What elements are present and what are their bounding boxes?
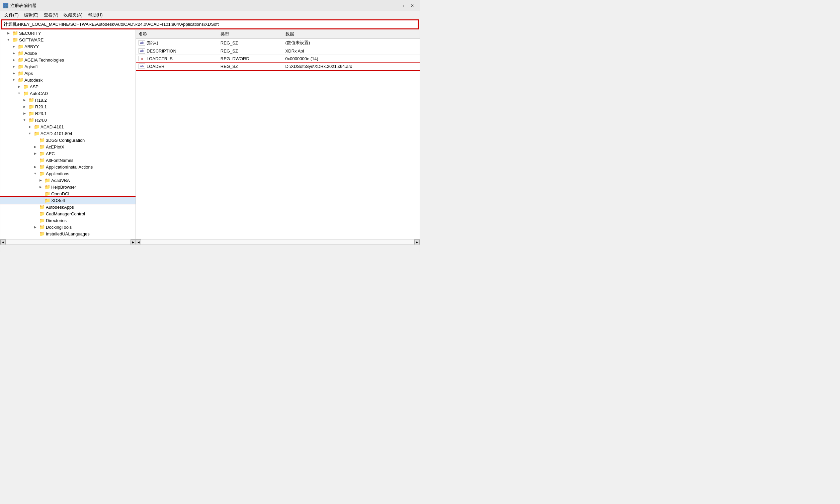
menu-view[interactable]: 查看(V) [41, 11, 61, 19]
table-row[interactable]: ab (默认) REG_SZ (数值未设置) [136, 39, 420, 47]
table-row-loader[interactable]: ab LOADER REG_SZ D:\XDSoft\Sys\XDRx.2021… [136, 62, 420, 70]
tree-label-acad4101: ACAD-4101 [40, 124, 64, 129]
tree-item-helpbrowser[interactable]: ▶ 📁 HelpBrowser [0, 184, 136, 190]
tree-item-aec[interactable]: ▶ 📁 AEC [0, 150, 136, 157]
expand-abbyy[interactable]: ▶ [11, 44, 16, 49]
folder-icon-acadvba: 📁 [44, 178, 50, 183]
expand-acadvba[interactable]: ▶ [38, 178, 43, 183]
reg-name: LOADCTRLS [146, 56, 173, 61]
menu-edit[interactable]: 编辑(E) [21, 11, 41, 19]
tree-hscrollbar[interactable]: ◀ ▶ [0, 239, 136, 245]
tree-item-directories[interactable]: 📁 Directories [0, 217, 136, 224]
reg-data-cell: 0x0000000e (14) [283, 55, 420, 62]
expand-appinstall[interactable]: ▶ [33, 164, 38, 169]
tree-item-acad4101[interactable]: ▶ 📁 ACAD-4101 [0, 123, 136, 130]
tree-item-opendcl[interactable]: 📁 OpenDCL [0, 190, 136, 197]
reg-type-icon: ab [139, 48, 145, 54]
expand-dockingtools[interactable]: ▶ [33, 224, 38, 230]
tree-label-applications: Applications [46, 171, 69, 176]
expand-aceplotx[interactable]: ▶ [33, 144, 38, 149]
expand-software[interactable]: ▼ [6, 37, 11, 42]
registry-content: 名称 类型 数据 ab (默认) [136, 30, 420, 239]
tree-item-altfont[interactable]: 📁 AltFontNames [0, 157, 136, 164]
expand-alps[interactable]: ▶ [11, 71, 16, 76]
tree-item-3dgs[interactable]: 📁 3DGS Configuration [0, 137, 136, 143]
tree-item-installedua[interactable]: 📁 InstalledUALanguages [0, 230, 136, 237]
expand-aec[interactable]: ▶ [33, 151, 38, 156]
expand-r20[interactable]: ▶ [22, 104, 27, 109]
tree-item-agisoft[interactable]: ▶ 📁 Agisoft [0, 63, 136, 70]
expand-acad4101-804[interactable]: ▼ [27, 131, 33, 136]
tree-item-adobe[interactable]: ▶ 📁 Adobe [0, 50, 136, 56]
tree-item-asp[interactable]: ▶ 📁 ASP [0, 83, 136, 90]
minimize-button[interactable]: ─ [387, 2, 397, 10]
tree-item-appinstall[interactable]: ▶ 📁 ApplicationInstallActions [0, 164, 136, 170]
expand-r24[interactable]: ▼ [22, 118, 27, 123]
tree-item-cadmanager[interactable]: 📁 CadManagerControl [0, 210, 136, 217]
tree-item-r18[interactable]: ▶ 📁 R18.2 [0, 97, 136, 103]
app-icon [3, 3, 8, 8]
tree-content: ▶ 📁 SECURITY ▼ 📁 SOFTWARE ▶ 📁 ABB [0, 30, 136, 239]
tree-item-aceplotx[interactable]: ▶ 📁 AcEPlotX [0, 143, 136, 150]
tree-scroll-left[interactable]: ◀ [0, 239, 6, 245]
folder-icon-ageia: 📁 [17, 57, 23, 62]
right-scroll-right[interactable]: ▶ [414, 239, 420, 245]
expand-agisoft[interactable]: ▶ [11, 64, 16, 69]
expand-adobe[interactable]: ▶ [11, 51, 16, 56]
expand-ageia[interactable]: ▶ [11, 57, 16, 62]
expand-applications[interactable]: ▼ [33, 171, 38, 176]
tree-item-abbyy[interactable]: ▶ 📁 ABBYY [0, 43, 136, 50]
right-scroll-track[interactable] [141, 239, 414, 245]
tree-item-software[interactable]: ▼ 📁 SOFTWARE [0, 36, 136, 43]
main-content-area: ▶ 📁 SECURITY ▼ 📁 SOFTWARE ▶ 📁 ABB [0, 30, 420, 252]
folder-icon-autodesk: 📁 [17, 77, 23, 82]
address-bar[interactable]: 计算机\HKEY_LOCAL_MACHINE\SOFTWARE\Autodesk… [2, 20, 418, 29]
tree-item-alps[interactable]: ▶ 📁 Alps [0, 70, 136, 77]
expand-acad4101[interactable]: ▶ [27, 124, 33, 129]
maximize-button[interactable]: □ [398, 2, 407, 10]
tree-item-xdsoft[interactable]: 📁 XDSoft [0, 197, 136, 204]
close-button[interactable]: ✕ [408, 2, 417, 10]
tree-item-autocad[interactable]: ▼ 📁 AutoCAD [0, 90, 136, 97]
tree-label-xdsoft: XDSoft [51, 198, 65, 203]
tree-item-dockingtools[interactable]: ▶ 📁 DockingTools [0, 224, 136, 230]
tree-scroll-right[interactable]: ▶ [130, 239, 136, 245]
expand-autocad[interactable]: ▼ [16, 91, 22, 96]
menu-favorites[interactable]: 收藏夹(A) [61, 11, 85, 19]
tree-item-r24[interactable]: ▼ 📁 R24.0 [0, 117, 136, 123]
expand-r18[interactable]: ▶ [22, 97, 27, 103]
right-hscrollbar[interactable]: ◀ ▶ [136, 239, 420, 245]
tree-label-r24: R24.0 [35, 118, 47, 123]
expand-helpbrowser[interactable]: ▶ [38, 184, 43, 190]
tree-item-ageia[interactable]: ▶ 📁 AGEIA Technologies [0, 56, 136, 63]
tree-item-r20[interactable]: ▶ 📁 R20.1 [0, 103, 136, 110]
tree-item-autodesk[interactable]: ▼ 📁 Autodesk [0, 77, 136, 83]
tree-label-appinstall: ApplicationInstallActions [46, 164, 93, 169]
tree-label-abbyy: ABBYY [24, 44, 39, 49]
tree-label-directories: Directories [46, 218, 67, 223]
expand-asp[interactable]: ▶ [16, 84, 22, 89]
svg-rect-3 [6, 6, 8, 8]
menu-file[interactable]: 文件(F) [2, 11, 21, 19]
right-scroll-left[interactable]: ◀ [136, 239, 141, 245]
tree-scroll-track[interactable] [6, 239, 130, 245]
tree-label-agisoft: Agisoft [24, 64, 38, 69]
tree-label-asp: ASP [30, 84, 38, 89]
tree-item-applications[interactable]: ▼ 📁 Applications [0, 170, 136, 177]
folder-icon-r18: 📁 [28, 98, 34, 102]
expand-autodesk[interactable]: ▼ [11, 77, 16, 83]
folder-icon-autocad: 📁 [23, 91, 29, 96]
reg-name-cell: ab DESCRIPTION [136, 47, 218, 55]
tree-item-security[interactable]: ▶ 📁 SECURITY [0, 30, 136, 36]
table-row[interactable]: ab DESCRIPTION REG_SZ XDRx Api [136, 47, 420, 55]
right-pane: 名称 类型 数据 ab (默认) [136, 30, 420, 245]
table-row[interactable]: ||| LOADCTRLS REG_DWORD 0x0000000e (14) [136, 55, 420, 62]
expand-r23[interactable]: ▶ [22, 111, 27, 116]
menu-help[interactable]: 帮助(H) [85, 11, 105, 19]
tree-item-acadvba[interactable]: ▶ 📁 AcadVBA [0, 177, 136, 184]
folder-icon-r23: 📁 [28, 111, 34, 116]
tree-item-autodeskApps[interactable]: 📁 AutodeskApps [0, 204, 136, 210]
tree-item-r23[interactable]: ▶ 📁 R23.1 [0, 110, 136, 117]
tree-item-acad4101-804[interactable]: ▼ 📁 ACAD-4101:804 [0, 130, 136, 137]
expand-security[interactable]: ▶ [6, 31, 11, 36]
